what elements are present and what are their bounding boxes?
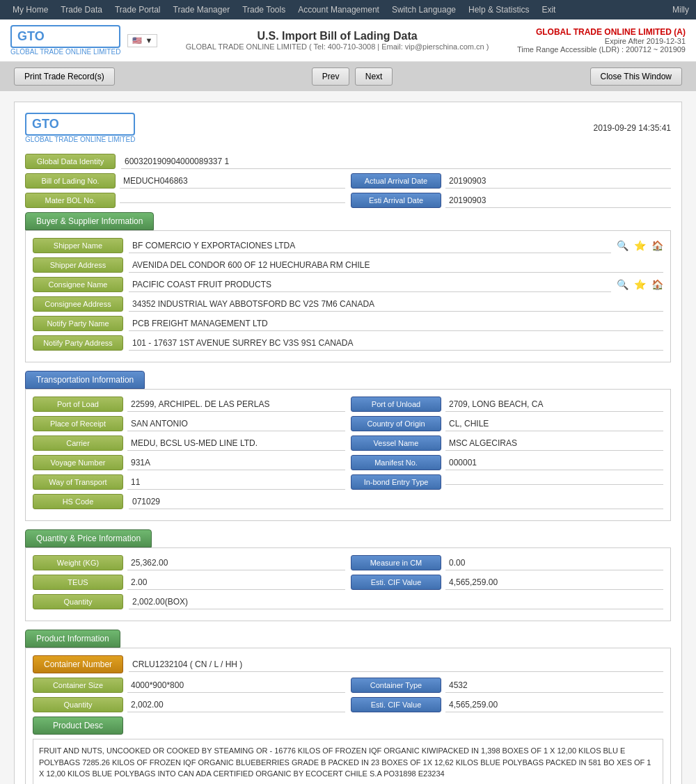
container-number-value: CRLU1232104 ( CN / L / HH ): [129, 657, 663, 672]
main-content: GTO GLOBAL TRADE ONLINE LIMITED 2019-09-…: [0, 91, 696, 784]
consignee-address-label: Consignee Address: [33, 296, 123, 312]
shipper-star-icon[interactable]: ⭐: [634, 240, 646, 251]
port-load-value: 22599, ARCHIPEL. DE LAS PERLAS: [127, 397, 345, 412]
mater-bol-field: Mater BOL No.: [25, 193, 345, 208]
container-size-type-row: Container Size 4000*900*800 Container Ty…: [33, 678, 663, 693]
teus-field: TEUS 2.00: [33, 575, 345, 590]
voyage-field: Voyage Number 931A: [33, 455, 345, 470]
manifest-value: 000001: [445, 456, 663, 470]
quantity-value: 2,002.00(BOX): [129, 595, 663, 609]
document-card: GTO GLOBAL TRADE ONLINE LIMITED 2019-09-…: [14, 102, 682, 784]
logo: GTO GLOBAL TRADE ONLINE LIMITED: [10, 25, 120, 56]
time-range: Time Range Accessible (LDR) : 200712 ~ 2…: [517, 45, 686, 54]
receipt-value: SAN ANTONIO: [127, 417, 345, 431]
notify-party-address-value: 101 - 17637 1ST AVENUE SURREY BC V3S 9S1…: [129, 336, 663, 351]
doc-logo-sub: GLOBAL TRADE ONLINE LIMITED: [25, 136, 135, 143]
document-date: 2019-09-29 14:35:41: [594, 123, 671, 133]
consignee-name-value: PACIFIC COAST FRUIT PRODUCTS: [129, 278, 611, 292]
print-button-top[interactable]: Print Trade Record(s): [14, 67, 115, 86]
product-header: Product Information: [25, 630, 120, 648]
quantity-price-header: Quantity & Price Information: [25, 529, 152, 547]
voyage-label: Voyage Number: [33, 455, 123, 470]
prod-qty-cif-row: Quantity 2,002.00 Esti. CIF Value 4,565,…: [33, 697, 663, 712]
notify-party-name-value: PCB FREIGHT MANAGEMENT LTD: [129, 317, 663, 331]
container-size-value: 4000*900*800: [127, 678, 345, 693]
company-name: GLOBAL TRADE ONLINE LIMITED (A): [517, 27, 686, 37]
product-box: Container Number CRLU1232104 ( CN / L / …: [25, 648, 671, 784]
container-type-label: Container Type: [351, 678, 441, 693]
shipper-address-label: Shipper Address: [33, 257, 123, 273]
teus-label: TEUS: [33, 575, 123, 590]
nav-account-management[interactable]: Account Management: [292, 2, 385, 17]
actual-arrival-value: 20190903: [445, 174, 671, 189]
notify-party-name-label: Notify Party Name: [33, 316, 123, 331]
measure-field: Measure in CM 0.00: [351, 555, 663, 570]
prod-cif-label: Esti. CIF Value: [351, 697, 441, 712]
origin-label: Country of Origin: [351, 416, 441, 431]
container-number-row: Container Number CRLU1232104 ( CN / L / …: [33, 655, 663, 673]
shipper-address-value: AVENIDA DEL CONDOR 600 OF 12 HUECHURABA …: [129, 258, 663, 273]
port-unload-label: Port of Unload: [351, 397, 441, 412]
origin-field: Country of Origin CL, CHILE: [351, 416, 663, 431]
top-navigation: My Home Trade Data Trade Portal Trade Ma…: [0, 0, 696, 19]
shipper-address-row: Shipper Address AVENIDA DEL CONDOR 600 O…: [33, 257, 663, 273]
buyer-supplier-section: Buyer & Supplier Information Shipper Nam…: [25, 212, 671, 362]
inbond-value: [445, 480, 663, 485]
next-button-top[interactable]: Next: [355, 67, 393, 86]
logo-area: GTO GLOBAL TRADE ONLINE LIMITED 🇺🇸 ▼: [10, 25, 157, 56]
nav-trade-manager[interactable]: Trade Manager: [168, 2, 236, 17]
doc-logo: GTO: [25, 113, 135, 136]
weight-value: 25,362.00: [127, 556, 345, 570]
nav-trade-portal[interactable]: Trade Portal: [109, 2, 166, 17]
global-data-identity-row: Global Data Identity 6003201909040000893…: [25, 154, 671, 169]
carrier-vessel-row: Carrier MEDU, BCSL US-MED LINE LTD. Vess…: [33, 435, 663, 451]
port-load-field: Port of Load 22599, ARCHIPEL. DE LAS PER…: [33, 397, 345, 412]
nav-switch-language[interactable]: Switch Language: [386, 2, 461, 17]
voyage-manifest-row: Voyage Number 931A Manifest No. 000001: [33, 455, 663, 470]
receipt-label: Place of Receipt: [33, 416, 123, 431]
nav-help-statistics[interactable]: Help & Statistics: [463, 2, 535, 17]
prev-button-top[interactable]: Prev: [312, 67, 350, 86]
close-button-top[interactable]: Close This Window: [590, 67, 682, 86]
measure-value: 0.00: [445, 556, 663, 570]
container-number-label: Container Number: [33, 655, 123, 673]
bol-field: Bill of Lading No. MEDUCH046863: [25, 173, 345, 189]
receipt-origin-row: Place of Receipt SAN ANTONIO Country of …: [33, 416, 663, 431]
doc-logo-area: GTO GLOBAL TRADE ONLINE LIMITED: [25, 113, 135, 143]
inbond-label: In-bond Entry Type: [351, 474, 441, 490]
flag-selector[interactable]: 🇺🇸 ▼: [127, 34, 157, 47]
notify-party-name-row: Notify Party Name PCB FREIGHT MANAGEMENT…: [33, 316, 663, 331]
prod-cif-value: 4,565,259.00: [445, 698, 663, 712]
carrier-label: Carrier: [33, 435, 123, 451]
shipper-home-icon[interactable]: 🏠: [651, 240, 663, 251]
cif-value: 4,565,259.00: [445, 575, 663, 590]
actual-arrival-field: Actual Arrival Date 20190903: [351, 173, 671, 189]
global-data-identity-value: 600320190904000089337 1: [121, 154, 671, 169]
weight-field: Weight (KG) 25,362.00: [33, 555, 345, 570]
transport-field: Way of Transport 11: [33, 474, 345, 490]
mater-bol-value: [120, 198, 345, 203]
nav-my-home[interactable]: My Home: [7, 2, 54, 17]
bol-label: Bill of Lading No.: [25, 173, 116, 189]
buyer-supplier-header: Buyer & Supplier Information: [25, 212, 154, 230]
nav-trade-data[interactable]: Trade Data: [55, 2, 108, 17]
origin-value: CL, CHILE: [445, 417, 663, 431]
shipper-name-value: BF COMERCIO Y EXPORTACIONES LTDA: [129, 239, 611, 253]
voyage-value: 931A: [127, 456, 345, 470]
consignee-search-icon[interactable]: 🔍: [617, 279, 628, 290]
vessel-field: Vessel Name MSC ALGECIRAS: [351, 435, 663, 451]
page-title: U.S. Import Bill of Lading Data: [186, 30, 489, 42]
container-size-field: Container Size 4000*900*800: [33, 678, 345, 693]
consignee-star-icon[interactable]: ⭐: [634, 279, 646, 290]
consignee-home-icon[interactable]: 🏠: [651, 279, 663, 290]
container-size-label: Container Size: [33, 678, 123, 693]
nav-user[interactable]: Milly: [672, 5, 689, 15]
shipper-search-icon[interactable]: 🔍: [617, 240, 628, 251]
document-header: GTO GLOBAL TRADE ONLINE LIMITED 2019-09-…: [25, 113, 671, 143]
notify-party-address-label: Notify Party Address: [33, 335, 123, 351]
consignee-address-value: 34352 INDUSTRIAL WAY ABBOTSFORD BC V2S 7…: [129, 297, 663, 312]
container-type-value: 4532: [445, 678, 663, 693]
nav-exit[interactable]: Exit: [536, 2, 561, 17]
esti-arrival-value: 20190903: [445, 193, 671, 208]
nav-trade-tools[interactable]: Trade Tools: [237, 2, 291, 17]
